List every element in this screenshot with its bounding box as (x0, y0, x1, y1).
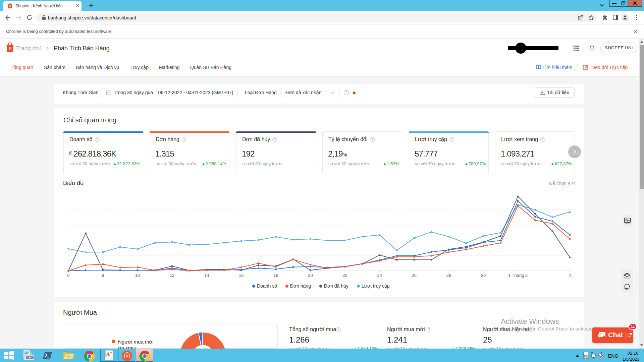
svg-text:A: A (106, 352, 110, 357)
svg-text:8: 8 (102, 273, 104, 278)
svg-text:20: 20 (308, 273, 313, 278)
svg-text:S: S (9, 5, 11, 8)
svg-text:6: 6 (67, 273, 69, 278)
svg-text:S: S (126, 354, 128, 358)
svg-text:24: 24 (377, 273, 382, 278)
svg-text:26: 26 (412, 273, 417, 278)
svg-text:12: 12 (170, 273, 174, 278)
svg-text:16: 16 (239, 273, 244, 278)
svg-text:S: S (8, 46, 11, 51)
svg-text:4: 4 (569, 273, 571, 278)
svg-text:14: 14 (204, 273, 209, 278)
svg-text:10: 10 (135, 273, 140, 278)
svg-text:22: 22 (342, 273, 347, 278)
svg-text:28: 28 (446, 273, 451, 278)
svg-text:1 Tháng 2: 1 Tháng 2 (508, 273, 528, 278)
svg-text:18: 18 (273, 273, 278, 278)
svg-text:30: 30 (481, 273, 486, 278)
